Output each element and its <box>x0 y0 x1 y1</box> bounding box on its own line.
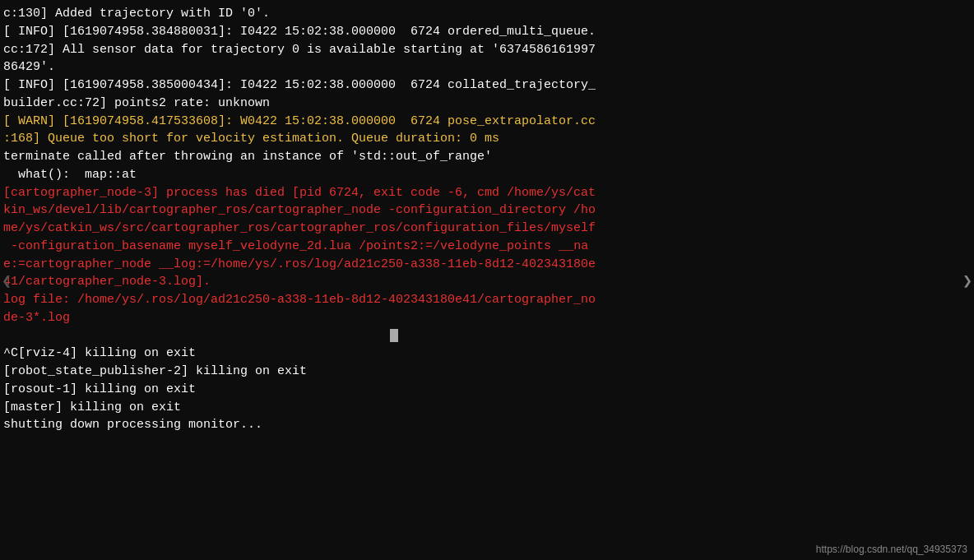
terminal-cursor <box>390 329 398 342</box>
terminal-line: [cartographer_node-3] process has died [… <box>3 184 971 202</box>
terminal-line: [ WARN] [1619074958.417533608]: W0422 15… <box>3 113 971 131</box>
terminal-line: log file: /home/ys/.ros/log/ad21c250-a33… <box>3 291 971 309</box>
terminal-line: kin_ws/devel/lib/cartographer_ros/cartog… <box>3 201 971 220</box>
terminal-line: [ INFO] [1619074958.384880031]: I0422 15… <box>3 23 971 41</box>
terminal-line: me/ys/catkin_ws/src/cartographer_ros/car… <box>3 220 971 238</box>
terminal-line: [master] killing on exit <box>3 399 971 417</box>
nav-right-arrow[interactable]: ❯ <box>961 266 974 294</box>
terminal-line: e:=cartographer_node __log:=/home/ys/.ro… <box>3 256 971 274</box>
terminal-line: ^C[rviz-4] killing on exit <box>3 345 971 363</box>
watermark: https://blog.csdn.net/qq_34935373 <box>816 544 967 555</box>
terminal-line: c:130] Added trajectory with ID '0'. <box>3 5 971 23</box>
nav-left-arrow[interactable]: ❮ <box>0 266 13 294</box>
terminal-line: 86429'. <box>3 58 971 76</box>
terminal-line: [ INFO] [1619074958.385000434]: I0422 15… <box>3 76 971 95</box>
terminal-line: [robot_state_publisher-2] killing on exi… <box>3 363 971 381</box>
terminal-content: c:130] Added trajectory with ID '0'.[ IN… <box>3 5 971 434</box>
terminal-line: builder.cc:72] points2 rate: unknown <box>3 95 971 113</box>
terminal-line: terminate called after throwing an insta… <box>3 148 971 166</box>
terminal-line: shutting down processing monitor... <box>3 416 971 434</box>
terminal-window: c:130] Added trajectory with ID '0'.[ IN… <box>0 0 974 560</box>
terminal-line: [rosout-1] killing on exit <box>3 381 971 399</box>
terminal-line: what(): map::at <box>3 166 971 184</box>
terminal-cursor-line <box>3 327 971 345</box>
terminal-line-text: de-3*.log <box>3 311 70 325</box>
terminal-line: 41/cartographer_node-3.log]. <box>3 273 971 291</box>
terminal-line: -configuration_basename myself_velodyne_… <box>3 238 971 256</box>
terminal-line: de-3*.log <box>3 309 971 327</box>
terminal-line: :168] Queue too short for velocity estim… <box>3 130 971 148</box>
terminal-line: cc:172] All sensor data for trajectory 0… <box>3 41 971 59</box>
